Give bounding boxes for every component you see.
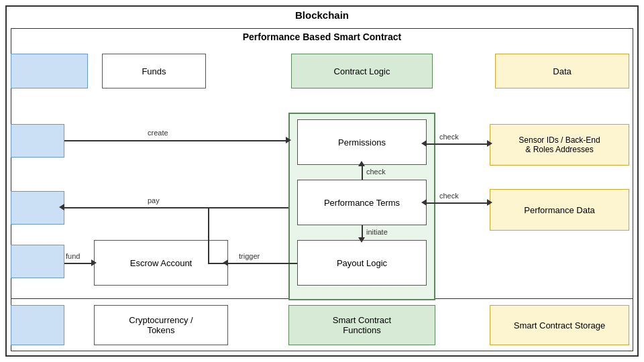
funds-box: Funds [102,54,206,88]
check2-label: check [439,192,459,200]
check2-back-arrowhead [421,199,427,206]
create-arrowhead [286,137,291,143]
pay-arrowhead [59,204,64,210]
fund-arrowhead [91,259,97,266]
performance-data-box: Performance Data [490,189,629,231]
check3-v-line [362,165,363,180]
check3-label: check [366,168,386,176]
pay-label: pay [148,196,160,204]
crypto-tokens-box: Cryptocurrency / Tokens [94,305,228,345]
blockchain-title: Blockchain [290,9,354,21]
create-label: create [148,129,168,137]
check1-arrow-line [427,143,490,145]
initiate-label: initiate [366,228,388,236]
check1-back-arrowhead [421,140,427,147]
initiate-arrowhead [358,237,365,243]
check2-arrowhead [487,199,492,206]
trigger-label: trigger [239,252,260,260]
check2-arrow-line [427,202,490,204]
pay-vertical-line [208,207,209,264]
pbsc-title: Performance Based Smart Contract [237,32,407,42]
left-blue-box-3 [11,191,64,225]
smart-contract-functions-box: Smart Contract Functions [288,305,435,345]
create-arrow-line [64,140,288,141]
bottom-blue-box [11,305,64,345]
left-blue-box-4 [11,245,64,278]
payout-logic-box: Payout Logic [297,240,427,286]
top-left-blue-box [11,54,88,88]
pay-arrow-line [64,207,288,208]
fund-label: fund [66,252,80,260]
contract-logic-box: Contract Logic [291,54,433,88]
check1-label: check [439,133,459,141]
smart-contract-storage-box: Smart Contract Storage [490,305,629,345]
check3-up-arrowhead [358,161,365,166]
pay-h2-line [208,263,229,264]
check1-arrowhead [487,140,492,147]
sensor-ids-box: Sensor IDs / Back-End & Roles Addresses [490,124,629,166]
permissions-box: Permissions [297,119,427,165]
data-box: Data [495,54,629,88]
fund-arrow-line [64,263,94,264]
trigger-arrow-line [228,263,297,264]
performance-terms-box: Performance Terms [297,180,427,225]
left-blue-box-2 [11,124,64,158]
